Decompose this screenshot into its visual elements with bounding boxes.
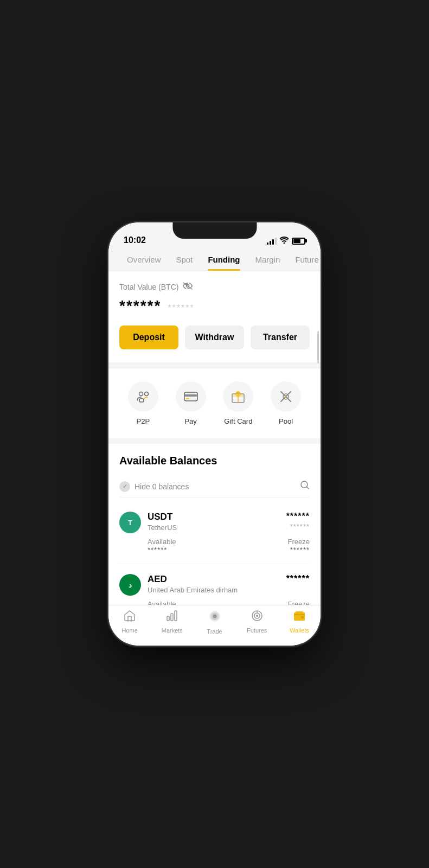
futures-icon (251, 610, 263, 625)
svg-rect-24 (171, 614, 173, 621)
usdt-balance-main: ****** (286, 512, 310, 521)
svg-rect-25 (175, 611, 177, 621)
transfer-button[interactable]: Transfer (251, 326, 310, 349)
svg-rect-3 (139, 399, 144, 402)
currency-item-aed[interactable]: د AED United Arab Emirates dirham ****** (119, 564, 310, 605)
tab-margin[interactable]: Margin (248, 248, 288, 271)
pay-label: Pay (184, 417, 196, 425)
p2p-label: P2P (137, 417, 150, 425)
nav-trade-label: Trade (207, 628, 222, 635)
usdt-freeze-value: ****** (288, 546, 310, 554)
pool-icon (271, 381, 301, 412)
deposit-button[interactable]: Deposit (119, 326, 178, 349)
pay-icon (176, 381, 206, 412)
svg-point-28 (213, 615, 216, 618)
wallet-section: Total Value (BTC) ****** ****** Deposit … (108, 271, 321, 362)
search-icon[interactable] (300, 480, 310, 493)
total-value-label: Total Value (BTC) (119, 282, 310, 292)
markets-icon (166, 610, 178, 625)
svg-rect-34 (301, 616, 304, 618)
svg-rect-6 (186, 398, 189, 399)
screen: 10:02 (108, 222, 321, 646)
usdt-available-value: ****** (148, 546, 176, 554)
aed-available-label: Available (148, 600, 176, 605)
quick-action-pay[interactable]: Pay (176, 381, 206, 425)
svg-text:د: د (129, 581, 132, 589)
nav-home-label: Home (121, 627, 137, 634)
withdraw-button[interactable]: Withdraw (185, 326, 244, 349)
pool-label: Pool (279, 417, 293, 425)
svg-line-16 (307, 487, 309, 489)
aed-symbol: AED (148, 574, 238, 585)
p2p-icon (128, 381, 158, 412)
svg-text:T: T (128, 519, 132, 527)
usdt-name: TetherUS (148, 524, 177, 532)
scroll-indicator (317, 331, 319, 363)
signal-icon (267, 238, 277, 245)
status-time: 10:02 (124, 235, 146, 245)
tab-overview[interactable]: Overview (119, 248, 169, 271)
tab-navigation: Overview Spot Funding Margin Future (108, 248, 321, 271)
usdt-symbol: USDT (148, 512, 177, 522)
wifi-icon (280, 237, 289, 245)
quick-actions: P2P Pay (108, 368, 321, 438)
currency-item-usdt[interactable]: T USDT TetherUS ****** ****** (119, 502, 310, 564)
aed-freeze-label: Freeze (288, 600, 310, 605)
balance-row: ****** ****** (119, 297, 310, 315)
trade-icon (208, 610, 221, 626)
visibility-toggle-icon[interactable] (183, 282, 193, 292)
nav-futures[interactable]: Futures (236, 610, 278, 635)
bottom-navigation: Home Markets (108, 605, 321, 646)
nav-home[interactable]: Home (108, 610, 151, 635)
action-buttons: Deposit Withdraw Transfer (119, 326, 310, 349)
svg-point-14 (285, 396, 287, 398)
nav-wallets[interactable]: Wallets (278, 610, 321, 635)
svg-rect-23 (167, 616, 169, 621)
battery-icon (292, 238, 305, 245)
svg-point-1 (139, 392, 143, 396)
balances-title: Available Balances (119, 455, 310, 467)
nav-markets-label: Markets (162, 627, 183, 634)
home-icon (124, 610, 136, 625)
nav-futures-label: Futures (247, 627, 267, 634)
nav-trade[interactable]: Trade (193, 610, 235, 635)
gift-card-label: Gift Card (224, 417, 252, 425)
balances-section: Available Balances ✓ Hide 0 balances (108, 444, 321, 605)
tab-spot[interactable]: Spot (169, 248, 201, 271)
hide-zero-label: Hide 0 balances (135, 482, 189, 491)
svg-point-2 (144, 392, 148, 396)
tab-futures[interactable]: Future (287, 248, 321, 271)
check-icon: ✓ (119, 481, 130, 492)
svg-rect-5 (184, 394, 197, 397)
usdt-icon: T (119, 512, 141, 533)
wallets-icon (293, 610, 305, 625)
nav-markets[interactable]: Markets (151, 610, 193, 635)
phone-frame: 10:02 (108, 222, 321, 646)
usdt-freeze-label: Freeze (288, 538, 310, 546)
status-icons (267, 237, 305, 245)
tab-funding[interactable]: Funding (200, 248, 247, 271)
nav-wallets-label: Wallets (290, 627, 309, 634)
quick-action-pool[interactable]: Pool (271, 381, 301, 425)
aed-name: United Arab Emirates dirham (148, 586, 238, 594)
aed-balance-main: ****** (286, 574, 310, 584)
quick-action-gift-card[interactable]: Gift Card (223, 381, 253, 425)
balance-main: ****** (119, 297, 161, 315)
balance-sub: ****** (168, 303, 194, 313)
gift-card-icon (223, 381, 253, 412)
notch (172, 222, 257, 239)
hide-zero-row[interactable]: ✓ Hide 0 balances (119, 476, 310, 497)
usdt-balance-sub: ****** (286, 522, 310, 531)
quick-action-p2p[interactable]: P2P (128, 381, 158, 425)
svg-point-31 (256, 615, 258, 617)
aed-icon: د (119, 574, 141, 596)
main-content: Overview Spot Funding Margin Future To (108, 248, 321, 605)
usdt-available-label: Available (148, 538, 176, 546)
